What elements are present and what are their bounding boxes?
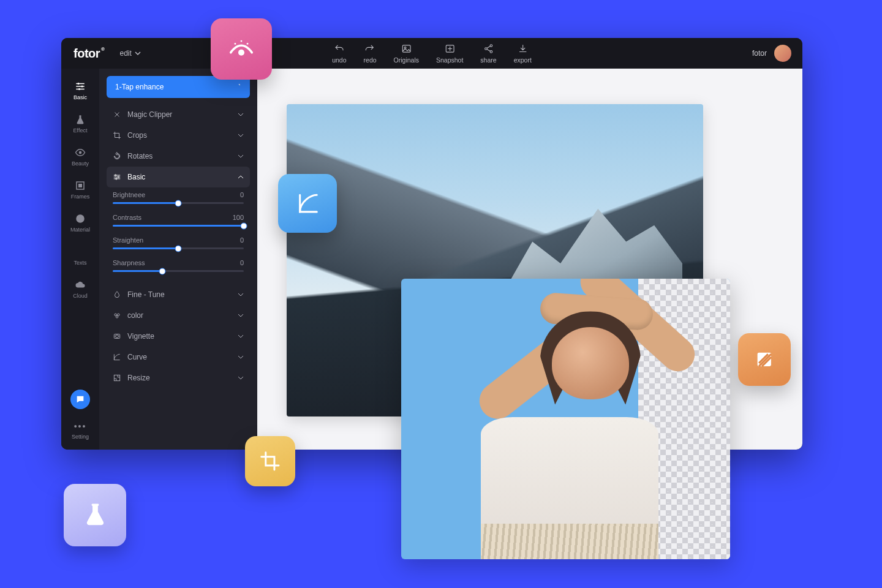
curve-icon: [294, 190, 321, 217]
person-graphic: [428, 301, 723, 559]
chevron-down-icon: [238, 292, 244, 298]
rail-material[interactable]: Material: [66, 208, 94, 238]
hatch-icon: [752, 347, 777, 372]
svg-point-25: [247, 43, 249, 45]
chevron-down-icon: [238, 354, 244, 360]
undo-button[interactable]: undo: [332, 43, 346, 64]
contrast-slider[interactable]: Contrasts100: [107, 210, 250, 233]
floating-tile-curve: [278, 174, 337, 233]
panel-magic-clipper[interactable]: Magic Clipper: [107, 104, 250, 125]
download-icon: [518, 43, 528, 54]
panel-basic[interactable]: Basic: [107, 167, 250, 187]
rail-setting[interactable]: ••• Setting: [72, 421, 89, 440]
svg-point-8: [78, 88, 80, 90]
chevron-down-icon: [238, 333, 244, 339]
svg-point-17: [118, 314, 120, 316]
svg-rect-0: [402, 45, 410, 51]
sliders-icon: [75, 81, 86, 92]
undo-icon: [334, 43, 344, 54]
chevron-down-icon: [238, 132, 244, 138]
snapshot-button[interactable]: Snapshot: [436, 43, 463, 64]
originals-button[interactable]: Originals: [394, 43, 419, 64]
palette-icon: [113, 311, 121, 320]
avatar[interactable]: [774, 45, 791, 62]
rail-beauty[interactable]: Beauty: [66, 142, 94, 172]
panel-fine-tune[interactable]: Fine - Tune: [107, 284, 250, 305]
redo-button[interactable]: redo: [364, 43, 377, 64]
text-icon: [75, 246, 86, 257]
svg-point-6: [78, 83, 80, 85]
tree-graphic: [340, 364, 364, 420]
svg-point-9: [79, 151, 82, 154]
svg-point-20: [115, 335, 119, 337]
wand-icon: [233, 83, 241, 91]
svg-point-18: [116, 316, 118, 318]
eye-icon: [227, 35, 255, 63]
chat-button[interactable]: [70, 390, 90, 409]
resize-icon: [113, 374, 121, 382]
panel-resize[interactable]: Resize: [107, 368, 250, 388]
svg-point-7: [81, 86, 83, 88]
image-icon: [401, 43, 412, 54]
frame-icon: [75, 180, 86, 191]
panel-vignette[interactable]: Vignette: [107, 326, 250, 347]
rail-effect[interactable]: Effect: [66, 109, 94, 138]
panel-crops[interactable]: Crops: [107, 125, 250, 146]
eye-icon: [75, 147, 86, 158]
share-button[interactable]: share: [480, 43, 496, 64]
rail-cloud[interactable]: Cloud: [66, 274, 94, 304]
panel-curve[interactable]: Curve: [107, 347, 250, 368]
vignette-icon: [113, 332, 121, 341]
user-area: fotor: [752, 45, 791, 62]
side-panel: 1-Tap enhance Magic Clipper Crops Rotate…: [99, 69, 257, 450]
panel-color[interactable]: color: [107, 305, 250, 326]
chevron-down-icon: [238, 111, 244, 118]
chevron-down-icon: [238, 153, 244, 159]
brightness-slider[interactable]: Brightneee0: [107, 187, 250, 210]
rotate-icon: [113, 152, 121, 160]
crop-icon: [258, 450, 282, 473]
share-icon: [483, 43, 494, 54]
svg-point-22: [238, 50, 244, 56]
edit-menu[interactable]: edit: [119, 49, 140, 58]
chevron-down-icon: [238, 312, 244, 318]
rail-frames[interactable]: Frames: [66, 175, 94, 205]
tool-rail: Basic Effect Beauty Frames Material Text…: [61, 69, 99, 450]
chevron-down-icon: [238, 375, 244, 381]
app-logo: fotor®: [74, 47, 104, 61]
username-label: fotor: [752, 49, 767, 58]
chat-icon: [75, 394, 85, 404]
svg-rect-27: [91, 503, 99, 506]
curve-icon: [113, 353, 121, 361]
svg-point-23: [235, 43, 236, 45]
straighten-slider[interactable]: Straighten0: [107, 233, 250, 255]
star-icon: [75, 213, 86, 224]
cloud-icon: [75, 279, 86, 290]
sharpness-slider[interactable]: Sharpness0: [107, 255, 250, 278]
drop-icon: [113, 290, 121, 299]
panel-rotates[interactable]: Rotates: [107, 146, 250, 167]
topbar: fotor® edit undo redo Originals Snapshot: [61, 38, 802, 69]
scissors-icon: [113, 110, 121, 119]
floating-tile-hatch: [738, 333, 791, 386]
crop-icon: [113, 131, 121, 140]
flask-icon: [75, 114, 86, 125]
chevron-down-icon: [135, 50, 141, 56]
topbar-actions: undo redo Originals Snapshot share expor…: [332, 43, 532, 64]
floating-tile-crop: [245, 436, 295, 486]
dots-icon: •••: [74, 421, 87, 431]
rail-basic[interactable]: Basic: [66, 76, 94, 105]
floating-tile-flask: [64, 484, 126, 546]
flask-icon: [81, 501, 110, 530]
redo-icon: [365, 43, 375, 54]
export-button[interactable]: export: [514, 43, 532, 64]
svg-point-24: [241, 40, 243, 42]
floating-tile-eye: [211, 18, 272, 80]
snapshot-icon: [445, 43, 455, 54]
rail-texts[interactable]: Texts: [66, 241, 94, 271]
svg-rect-21: [114, 375, 119, 380]
svg-point-16: [115, 314, 117, 316]
canvas-image-person: [401, 279, 730, 559]
chevron-up-icon: [238, 174, 244, 180]
svg-point-12: [76, 214, 85, 223]
